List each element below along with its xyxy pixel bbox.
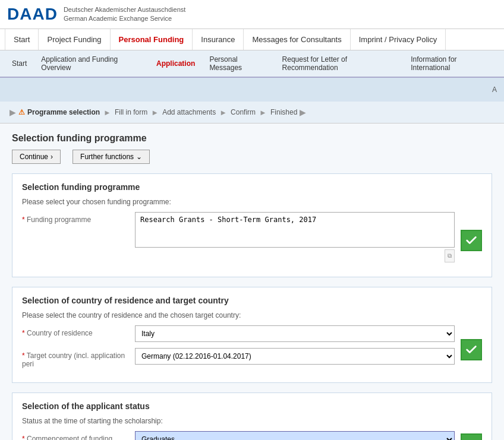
section1-note: Please select your chosen funding progra… [22, 198, 482, 206]
sub-nav: Start Application and Funding Overview A… [0, 50, 504, 78]
section2-check-row: * Country of residence Italy * Target co… [22, 325, 482, 374]
step-label-confirm: Confirm [231, 108, 256, 116]
sep2: ► [151, 108, 159, 117]
further-functions-button[interactable]: Further functions ⌄ [73, 150, 150, 164]
top-nav: Start Project Funding Personal Funding I… [0, 29, 504, 50]
section3-fields: * Commencement of funding status Graduat… [22, 431, 455, 440]
funding-programme-textarea[interactable]: Research Grants - Short-Term Grants, 201… [135, 212, 455, 248]
section-applicant-status: Selection of the applicant status Status… [12, 392, 492, 440]
target-country-row: * Target country (incl. application peri… [22, 348, 455, 368]
sub-nav-application[interactable]: Application [149, 55, 202, 72]
logo-area: DAAD Deutscher Akademischer Austauschdie… [7, 5, 185, 24]
section2-confirm-button[interactable] [461, 339, 482, 360]
section2-fields: * Country of residence Italy * Target co… [22, 325, 455, 374]
step-fill-form[interactable]: Fill in form [115, 108, 147, 116]
org-text: Deutscher Akademischer Austauschdienst G… [64, 5, 185, 24]
commencement-label: * Commencement of funding status [22, 431, 129, 440]
residence-row: * Country of residence Italy [22, 325, 455, 342]
funding-textarea-wrapper: Research Grants - Short-Term Grants, 201… [135, 212, 455, 262]
residence-select[interactable]: Italy [135, 325, 455, 342]
section-funding-programme: Selection funding programme Please selec… [12, 173, 492, 277]
banner-text: A [492, 86, 497, 94]
nav-project-funding[interactable]: Project Funding [39, 29, 110, 50]
target-country-select[interactable]: Germany (02.12.2016-01.04.2017) [135, 348, 455, 365]
header: DAAD Deutscher Akademischer Austauschdie… [0, 0, 504, 29]
nav-start[interactable]: Start [5, 29, 39, 50]
step-confirm[interactable]: Confirm [231, 108, 256, 116]
step-label-programme: Programme selection [27, 108, 100, 116]
sep3: ► [219, 108, 227, 117]
sep1: ► [103, 108, 111, 117]
section3-note: Status at the time of starting the schol… [22, 417, 482, 425]
section-country-selection: Selection of country of residence and ta… [12, 287, 492, 383]
sub-nav-start[interactable]: Start [5, 55, 34, 72]
step-finished[interactable]: Finished [270, 108, 297, 116]
section1-confirm-button[interactable] [461, 230, 482, 251]
section1-fields: * Funding programme Research Grants - Sh… [22, 212, 455, 268]
commencement-field: Graduates [135, 431, 455, 440]
step-start-arrow: ▶ [10, 107, 16, 117]
step-label-finished: Finished [270, 108, 297, 116]
nav-insurance[interactable]: Insurance [193, 29, 244, 50]
commencement-row: * Commencement of funding status Graduat… [22, 431, 455, 440]
warning-icon: ⚠ [18, 108, 25, 116]
target-country-field: Germany (02.12.2016-01.04.2017) [135, 348, 455, 365]
nav-messages[interactable]: Messages for Consultants [244, 29, 350, 50]
section1-check-row: * Funding programme Research Grants - Sh… [22, 212, 482, 268]
nav-personal-funding[interactable]: Personal Funding [111, 29, 193, 50]
step-label-fill: Fill in form [115, 108, 147, 116]
sub-nav-messages[interactable]: Personal Messages [202, 50, 275, 77]
step-end-arrow: ▶ [300, 107, 306, 117]
continue-button[interactable]: Continue › [12, 150, 61, 164]
nav-imprint[interactable]: Imprint / Privacy Policy [351, 29, 446, 50]
action-buttons: Continue › Further functions ⌄ [12, 150, 492, 164]
section2-note: Please select the country of residence a… [22, 311, 482, 319]
section2-title: Selection of country of residence and ta… [22, 296, 482, 305]
page-title: Selection funding programme [12, 133, 492, 144]
daad-logo: DAAD [7, 5, 58, 24]
step-add-attachments[interactable]: Add attachments [162, 108, 216, 116]
section3-confirm-button[interactable] [461, 433, 482, 440]
step-programme-selection[interactable]: ⚠ Programme selection [18, 108, 100, 116]
section1-title: Selection funding programme [22, 182, 482, 192]
step-label-attachments: Add attachments [162, 108, 216, 116]
target-country-label: * Target country (incl. application peri [22, 348, 129, 368]
section3-title: Selection of the applicant status [22, 401, 482, 411]
sub-nav-overview[interactable]: Application and Funding Overview [34, 50, 149, 77]
expand-icon[interactable]: ⧉ [445, 249, 455, 262]
sub-nav-international[interactable]: Information for International [404, 50, 499, 77]
funding-programme-field: Research Grants - Short-Term Grants, 201… [135, 212, 455, 262]
funding-programme-label: * Funding programme [22, 212, 129, 224]
sub-nav-recommendation[interactable]: Request for Letter of Recommendation [275, 50, 404, 77]
section3-check-row: * Commencement of funding status Graduat… [22, 431, 482, 440]
funding-programme-row: * Funding programme Research Grants - Sh… [22, 212, 455, 262]
banner: A [0, 78, 504, 102]
commencement-select[interactable]: Graduates [135, 431, 455, 440]
residence-label: * Country of residence [22, 325, 129, 337]
sep4: ► [259, 108, 267, 117]
residence-field: Italy [135, 325, 455, 342]
steps-bar: ▶ ⚠ Programme selection ► Fill in form ►… [0, 102, 504, 124]
main-content: Selection funding programme Continue › F… [0, 124, 504, 440]
